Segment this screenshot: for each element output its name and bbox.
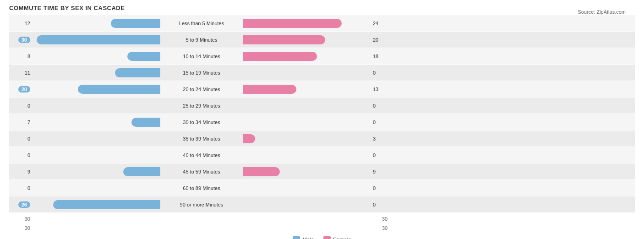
female-bar-container bbox=[243, 134, 371, 143]
male-value: 12 bbox=[9, 21, 32, 26]
male-value: 20 bbox=[9, 87, 32, 92]
female-bar bbox=[243, 52, 317, 61]
female-value: 0 bbox=[371, 70, 394, 76]
male-bar bbox=[123, 167, 160, 176]
row-label: 60 to 89 Minutes bbox=[160, 185, 243, 191]
female-bar bbox=[243, 68, 246, 77]
female-bar-container bbox=[243, 52, 371, 61]
legend-female-label: Female bbox=[333, 237, 351, 239]
female-bar-container bbox=[243, 167, 371, 176]
chart-row: 12 Less than 5 Minutes 24 bbox=[9, 15, 635, 31]
male-bar-container bbox=[32, 184, 160, 193]
male-bar bbox=[111, 19, 160, 28]
row-label: 35 to 39 Minutes bbox=[160, 136, 243, 141]
male-value: 0 bbox=[9, 136, 32, 141]
male-value: 30 bbox=[9, 37, 32, 43]
female-bar bbox=[243, 85, 296, 94]
axis-left: 30 bbox=[9, 225, 32, 231]
legend-female: Female bbox=[323, 236, 351, 239]
female-bar-container bbox=[243, 68, 371, 77]
chart-row: 0 60 to 89 Minutes 0 bbox=[9, 180, 635, 196]
male-value: 7 bbox=[9, 120, 32, 125]
male-bar-container bbox=[32, 68, 160, 77]
axis-right: 30 bbox=[380, 225, 403, 231]
male-bar-container bbox=[32, 101, 160, 110]
female-bar bbox=[243, 151, 246, 160]
axis-left-val: 30 bbox=[9, 216, 32, 222]
legend-male-label: Male bbox=[302, 237, 314, 239]
legend: Male Female bbox=[9, 236, 635, 239]
female-bar bbox=[243, 167, 280, 176]
chart-area: 12 Less than 5 Minutes 24 30 5 to 9 Minu… bbox=[9, 15, 635, 239]
male-bar-container bbox=[32, 167, 160, 176]
source-label: Source: ZipAtlas.com bbox=[578, 9, 626, 15]
female-value: 24 bbox=[371, 21, 394, 26]
row-label: 30 to 34 Minutes bbox=[160, 120, 243, 125]
female-bar-container bbox=[243, 19, 371, 28]
female-bar-container bbox=[243, 151, 371, 160]
female-bar bbox=[243, 184, 246, 193]
female-bar-container bbox=[243, 118, 371, 127]
male-bar-container bbox=[32, 134, 160, 143]
female-value: 13 bbox=[371, 87, 394, 92]
female-value: 0 bbox=[371, 152, 394, 158]
female-value: 0 bbox=[371, 120, 394, 125]
female-value: 18 bbox=[371, 54, 394, 59]
female-value: 0 bbox=[371, 185, 394, 191]
female-bar bbox=[243, 134, 255, 143]
row-label: 20 to 24 Minutes bbox=[160, 87, 243, 92]
chart-row: 20 20 to 24 Minutes 13 bbox=[9, 81, 635, 97]
male-bar bbox=[115, 68, 160, 77]
female-value: 9 bbox=[371, 169, 394, 174]
legend-male: Male bbox=[293, 236, 314, 239]
male-value: 11 bbox=[9, 70, 32, 76]
male-bar-container bbox=[32, 85, 160, 94]
male-bar bbox=[131, 118, 160, 127]
chart-row: 26 90 or more Minutes 0 bbox=[9, 196, 635, 212]
male-bar-container bbox=[32, 151, 160, 160]
male-bar-container bbox=[32, 200, 160, 209]
row-label: 45 to 59 Minutes bbox=[160, 169, 243, 174]
female-value: 0 bbox=[371, 202, 394, 207]
male-bar bbox=[78, 85, 160, 94]
female-bar bbox=[243, 35, 325, 44]
female-value: 0 bbox=[371, 103, 394, 109]
female-bar-container bbox=[243, 85, 371, 94]
female-bar-container bbox=[243, 101, 371, 110]
female-bar bbox=[243, 200, 246, 209]
row-label: 15 to 19 Minutes bbox=[160, 70, 243, 76]
chart-row: 0 35 to 39 Minutes 3 bbox=[9, 130, 635, 147]
row-label: 10 to 14 Minutes bbox=[160, 54, 243, 59]
chart-row: 7 30 to 34 Minutes 0 bbox=[9, 114, 635, 130]
legend-male-box bbox=[293, 236, 300, 239]
chart-row: 30 5 to 9 Minutes 20 bbox=[9, 32, 635, 48]
chart-row: 11 15 to 19 Minutes 0 bbox=[9, 65, 635, 81]
female-bar-container bbox=[243, 200, 371, 209]
female-value: 20 bbox=[371, 37, 394, 43]
legend-female-box bbox=[323, 236, 331, 239]
row-label: 40 to 44 Minutes bbox=[160, 152, 243, 158]
row-label: 25 to 29 Minutes bbox=[160, 103, 243, 109]
axis-numbers: 30 30 bbox=[9, 214, 635, 223]
axis-right-val: 30 bbox=[380, 216, 403, 222]
male-bar bbox=[37, 35, 160, 44]
chart-row: 0 25 to 29 Minutes 0 bbox=[9, 98, 635, 114]
male-value: 8 bbox=[9, 54, 32, 59]
row-label: Less than 5 Minutes bbox=[160, 21, 243, 26]
male-value: 0 bbox=[9, 152, 32, 158]
female-bar bbox=[243, 118, 246, 127]
female-bar-container bbox=[243, 35, 371, 44]
male-bar-container bbox=[32, 35, 160, 44]
female-bar bbox=[243, 19, 342, 28]
chart-row: 0 40 to 44 Minutes 0 bbox=[9, 147, 635, 163]
chart-row: 9 45 to 59 Minutes 9 bbox=[9, 163, 635, 179]
male-value: 26 bbox=[9, 202, 32, 207]
male-bar bbox=[127, 52, 160, 61]
row-label: 90 or more Minutes bbox=[160, 202, 243, 207]
male-bar-container bbox=[32, 19, 160, 28]
male-value: 0 bbox=[9, 103, 32, 109]
row-label: 5 to 9 Minutes bbox=[160, 37, 243, 43]
female-value: 3 bbox=[371, 136, 394, 141]
chart-title: COMMUTE TIME BY SEX IN CASCADE bbox=[9, 5, 635, 11]
male-value: 9 bbox=[9, 169, 32, 174]
